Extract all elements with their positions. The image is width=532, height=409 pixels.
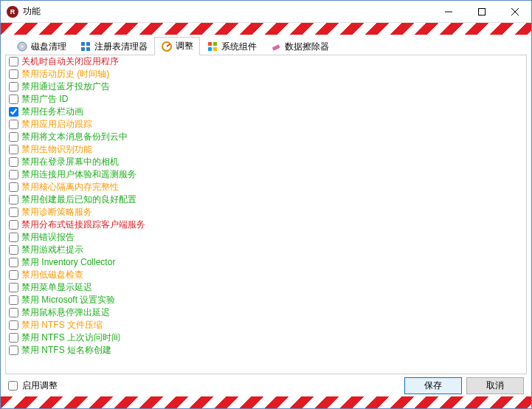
item-checkbox[interactable] <box>9 258 18 267</box>
list-item[interactable]: 禁用通过蓝牙投放广告 <box>6 80 526 93</box>
list-item[interactable]: 禁用核心隔离内存完整性 <box>6 181 526 193</box>
svg-rect-13 <box>213 42 217 46</box>
eraser-icon <box>270 41 282 52</box>
svg-rect-9 <box>86 47 90 51</box>
list-item[interactable]: 禁用应用启动跟踪 <box>6 118 526 131</box>
item-checkbox[interactable] <box>9 346 18 355</box>
enable-tweaks-checkbox[interactable] <box>8 381 18 391</box>
tab-system-components[interactable]: 系统组件 <box>200 37 263 55</box>
item-checkbox[interactable] <box>9 107 18 117</box>
item-checkbox[interactable] <box>9 233 18 242</box>
svg-rect-1 <box>478 8 485 15</box>
svg-point-5 <box>21 46 24 48</box>
list-item[interactable]: 关机时自动关闭应用程序 <box>6 55 526 68</box>
save-button[interactable]: 保存 <box>404 377 462 394</box>
tab-disk-clean[interactable]: 磁盘清理 <box>10 37 73 55</box>
app-icon: R <box>7 6 18 18</box>
list-item[interactable]: 禁用鼠标悬停弹出延迟 <box>6 306 526 319</box>
list-item[interactable]: 禁用连接用户体验和遥测服务 <box>6 168 526 181</box>
list-item[interactable]: 禁用游戏栏提示 <box>6 244 526 256</box>
item-label: 关机时自动关闭应用程序 <box>21 55 119 68</box>
item-label: 禁用 NTFS 短名称创建 <box>21 344 111 357</box>
list-item[interactable]: 禁用创建最后已知的良好配置 <box>6 193 526 206</box>
item-checkbox[interactable] <box>9 308 18 317</box>
item-label: 禁用错误报告 <box>21 231 75 244</box>
item-label: 禁用广告 ID <box>21 93 68 106</box>
list-item[interactable]: 禁用 Microsoft 设置实验 <box>6 294 526 306</box>
list-item[interactable]: 禁用 NTFS 上次访问时间 <box>6 331 526 344</box>
list-item[interactable]: 禁用任务栏动画 <box>6 106 526 118</box>
list-item[interactable]: 禁用广告 ID <box>6 93 526 106</box>
list-item[interactable]: 禁用诊断策略服务 <box>6 206 526 219</box>
close-button[interactable] <box>498 1 531 23</box>
item-checkbox[interactable] <box>9 195 18 205</box>
item-checkbox[interactable] <box>9 220 18 230</box>
svg-rect-16 <box>272 44 280 51</box>
svg-rect-8 <box>81 47 85 51</box>
cancel-button[interactable]: 取消 <box>466 377 524 394</box>
tab-data-eraser[interactable]: 数据擦除器 <box>263 37 336 55</box>
item-checkbox[interactable] <box>9 320 18 330</box>
item-checkbox[interactable] <box>9 295 18 305</box>
list-item[interactable]: 禁用生物识别功能 <box>6 143 526 156</box>
svg-rect-14 <box>208 47 212 51</box>
minimize-button[interactable] <box>432 1 465 23</box>
registry-icon <box>80 41 91 52</box>
item-checkbox[interactable] <box>9 69 18 79</box>
item-label: 禁用将文本消息备份到云中 <box>21 131 128 143</box>
title-bar: R 功能 <box>1 1 531 23</box>
item-checkbox[interactable] <box>9 94 18 104</box>
item-checkbox[interactable] <box>9 182 18 192</box>
item-label: 禁用诊断策略服务 <box>21 206 92 219</box>
item-checkbox[interactable] <box>9 245 18 255</box>
item-label: 禁用在登录屏幕中的相机 <box>21 156 119 168</box>
list-item[interactable]: 禁用 NTFS 短名称创建 <box>6 344 526 357</box>
item-checkbox[interactable] <box>9 145 18 154</box>
item-checkbox[interactable] <box>9 283 18 292</box>
svg-rect-15 <box>213 47 217 51</box>
item-checkbox[interactable] <box>9 132 18 142</box>
list-item[interactable]: 禁用将文本消息备份到云中 <box>6 131 526 143</box>
item-checkbox[interactable] <box>9 157 18 167</box>
list-item[interactable]: 禁用低磁盘检查 <box>6 269 526 281</box>
list-item[interactable]: 禁用在登录屏幕中的相机 <box>6 156 526 168</box>
warning-stripe-top <box>1 23 531 35</box>
disk-icon <box>16 41 28 52</box>
item-label: 禁用游戏栏提示 <box>21 244 83 256</box>
item-label: 禁用任务栏动画 <box>21 106 83 118</box>
item-checkbox[interactable] <box>9 170 18 179</box>
list-item[interactable]: 禁用菜单显示延迟 <box>6 281 526 294</box>
item-label: 禁用鼠标悬停弹出延迟 <box>21 306 110 319</box>
list-item[interactable]: 禁用 Inventory Collector <box>6 256 526 269</box>
gauge-icon <box>161 41 173 52</box>
item-label: 禁用 NTFS 文件压缩 <box>21 319 103 331</box>
warning-stripe-bottom <box>1 396 531 408</box>
list-item[interactable]: 禁用 NTFS 文件压缩 <box>6 319 526 331</box>
maximize-button[interactable] <box>465 1 498 23</box>
svg-rect-12 <box>208 42 212 46</box>
svg-rect-7 <box>86 42 90 46</box>
svg-line-11 <box>167 44 170 47</box>
item-checkbox[interactable] <box>9 333 18 343</box>
windows-icon <box>207 41 218 52</box>
tab-label: 系统组件 <box>221 41 257 53</box>
list-item[interactable]: 禁用活动历史 (时间轴) <box>6 68 526 80</box>
tab-label: 数据擦除器 <box>285 41 329 53</box>
item-checkbox[interactable] <box>9 57 18 66</box>
list-item[interactable]: 禁用分布式链接跟踪客户端服务 <box>6 219 526 231</box>
list-item[interactable]: 禁用错误报告 <box>6 231 526 244</box>
enable-tweaks-label: 启用调整 <box>22 379 58 392</box>
tab-tweaks[interactable]: 调整 <box>154 37 200 55</box>
item-checkbox[interactable] <box>9 120 18 129</box>
item-label: 禁用分布式链接跟踪客户端服务 <box>21 219 145 231</box>
item-label: 禁用低磁盘检查 <box>21 269 83 281</box>
svg-rect-6 <box>81 42 85 46</box>
tab-registry-cleaner[interactable]: 注册表清理器 <box>73 37 154 55</box>
tweak-list[interactable]: 关机时自动关闭应用程序禁用活动历史 (时间轴)禁用通过蓝牙投放广告禁用广告 ID… <box>5 55 527 374</box>
item-checkbox[interactable] <box>9 270 18 280</box>
item-checkbox[interactable] <box>9 82 18 92</box>
window-title: 功能 <box>23 5 41 18</box>
item-label: 禁用 Microsoft 设置实验 <box>21 294 115 306</box>
item-checkbox[interactable] <box>9 207 18 217</box>
item-label: 禁用创建最后已知的良好配置 <box>21 193 137 206</box>
